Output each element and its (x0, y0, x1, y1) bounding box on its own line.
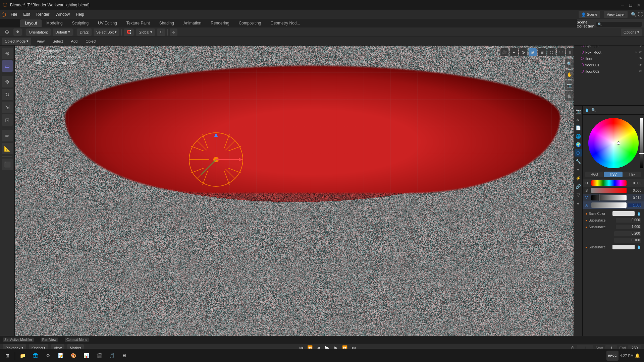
floor-eye-icon[interactable]: 👁 (639, 57, 642, 60)
pan-icon[interactable]: ✋ (565, 70, 574, 79)
zoom-in-icon[interactable]: 🔍 (565, 59, 574, 68)
transform-tool[interactable]: ⊡ (2, 114, 13, 126)
camera-perspective-icon[interactable]: 🎥 (500, 48, 508, 56)
menu-window[interactable]: Window (53, 11, 72, 17)
tab-geometry-nodes[interactable]: Geometry Nod... (266, 19, 305, 27)
tab-compositing[interactable]: Compositing (234, 19, 266, 27)
file-explorer-btn[interactable]: 📁 (16, 350, 29, 361)
xray-icon[interactable]: ⬚ (557, 48, 565, 56)
tab-shading[interactable]: Shading (155, 19, 179, 27)
taskbar-app2[interactable]: 📝 (55, 350, 67, 361)
particles-props-icon[interactable]: ✦ (575, 166, 582, 173)
taskbar-app5[interactable]: 🎬 (93, 350, 105, 361)
menu-file[interactable]: File (8, 11, 20, 17)
grid-icon[interactable]: ⊞ (565, 91, 574, 101)
outliner-item-floor[interactable]: ⬡ floor 👁 (574, 55, 644, 62)
proportional-edit[interactable]: ⊙ (157, 28, 165, 36)
material-props-icon[interactable]: ● (575, 199, 582, 207)
tab-sculpting[interactable]: Sculpting (67, 19, 93, 27)
node-editor-icon[interactable]: ⎋ (170, 28, 177, 36)
move-tool[interactable]: ✥ (2, 76, 13, 87)
taskbar-app1[interactable]: ⚙ (42, 350, 54, 361)
hsv-tab[interactable]: HSV (604, 172, 622, 177)
taskbar-app4[interactable]: 📊 (80, 350, 92, 361)
overlay-icon[interactable]: ⊙ (519, 48, 527, 56)
fbx-eye-icon[interactable]: 👁 (639, 50, 642, 54)
maximize-btn[interactable]: □ (628, 2, 633, 8)
hex-tab[interactable]: Hex (623, 172, 641, 177)
view-menu[interactable]: View (34, 39, 47, 44)
orientation-selector[interactable]: Default ▾ (53, 28, 73, 36)
pause-icon[interactable]: ⏸ (566, 48, 574, 56)
eyedropper-icon[interactable]: 💧 (584, 107, 590, 113)
tab-uv-editing[interactable]: UV Editing (93, 19, 122, 27)
scene-props-icon[interactable]: 🌐 (575, 132, 582, 140)
color-wheel[interactable] (588, 118, 639, 168)
base-color-bar[interactable] (612, 211, 635, 216)
menu-edit[interactable]: Edit (20, 11, 33, 17)
camera-icon[interactable]: 📷 (565, 80, 574, 90)
rendered-view-icon[interactable]: ◉ (529, 48, 537, 56)
annotate-tool[interactable]: ✏ (2, 130, 13, 141)
data-props-icon[interactable]: ▽ (575, 191, 582, 198)
subsurf-eyedrop-icon[interactable]: 💧 (637, 245, 641, 249)
search-btn[interactable]: 🔍 (631, 12, 637, 17)
snap-selector[interactable]: Global ▾ (136, 28, 155, 36)
outliner-item-fbxroot[interactable]: ⬡ Fbx_Root ✦ 👁 (574, 49, 644, 55)
rgb-tab[interactable]: RGB (585, 172, 603, 177)
options-button[interactable]: Options ▾ (621, 28, 642, 36)
select-menu[interactable]: Select (50, 39, 66, 44)
menu-render[interactable]: Render (34, 11, 52, 17)
transform-tool[interactable]: ✥ (13, 28, 22, 36)
tab-animation[interactable]: Animation (179, 19, 206, 27)
drag-selector[interactable]: Select Box ▾ (94, 28, 120, 36)
scene-selector[interactable]: 👤 Scene (579, 11, 600, 18)
constraints-props-icon[interactable]: 🔗 (575, 183, 582, 190)
select-tool[interactable]: ▭ (2, 60, 13, 72)
rotate-tool[interactable]: ↻ (2, 89, 13, 100)
outliner-item-floor002[interactable]: ⬡ floor.002 👁 (574, 68, 644, 74)
a-slider[interactable] (591, 202, 627, 208)
outliner-item-floor001[interactable]: ⬡ floor.001 👁 (574, 62, 644, 68)
scale-tool[interactable]: ⇲ (2, 102, 13, 113)
subsurface-bar[interactable]: 0.000 (616, 218, 641, 223)
floor002-eye-icon[interactable]: 👁 (639, 69, 642, 73)
h-slider[interactable] (591, 180, 627, 186)
color-search-icon[interactable]: 🔍 (591, 107, 597, 113)
physics-props-icon[interactable]: ⚡ (575, 174, 582, 182)
view-layer-selector[interactable]: View Layer (604, 11, 628, 18)
start-button[interactable]: ⊞ (1, 350, 13, 361)
tab-modeling[interactable]: Modeling (42, 19, 67, 27)
menu-help[interactable]: Help (73, 11, 87, 17)
floor001-eye-icon[interactable]: 👁 (639, 63, 642, 67)
taskbar-app7[interactable]: 🖥 (118, 350, 130, 361)
tab-texture-paint[interactable]: Texture Paint (122, 19, 155, 27)
add-menu[interactable]: Add (68, 39, 80, 44)
fullscreen-btn[interactable]: ⛶ (638, 12, 643, 17)
outliner-search[interactable] (596, 22, 642, 27)
object-menu[interactable]: Object (83, 39, 99, 44)
taskbar-app3[interactable]: 🎨 (67, 350, 79, 361)
subsurface-g-bar[interactable]: 0.200 (614, 231, 642, 236)
snap-icon[interactable]: 🧲 (124, 28, 134, 36)
eyedrop-icon[interactable]: 💧 (637, 212, 641, 216)
object-mode-selector[interactable]: Object Mode ▾ (2, 38, 31, 45)
notification-icon[interactable]: 🔔 (635, 353, 640, 358)
subsurface-radius-bar[interactable]: 1.000 (616, 225, 641, 229)
hide-overlays-icon[interactable]: ◎ (547, 48, 555, 56)
minimize-btn[interactable]: ─ (620, 2, 625, 8)
cursor-tool[interactable]: ⊕ (2, 48, 13, 59)
browser-btn[interactable]: 🌐 (29, 350, 41, 361)
view-layer-props-icon[interactable]: 📄 (575, 124, 582, 131)
value-strip[interactable] (640, 118, 643, 168)
object-props-icon[interactable]: ⬡ (575, 149, 582, 157)
viewport[interactable]: User Perspective (1) Collection | Z3_whe… (15, 46, 577, 343)
modifier-props-icon[interactable]: 🔧 (575, 158, 582, 165)
render-border-icon[interactable]: ⊞ (538, 48, 546, 56)
viewport-shading-icon[interactable]: ● (510, 48, 518, 56)
v-slider[interactable] (591, 195, 627, 200)
s-slider[interactable] (591, 188, 627, 193)
taskbar-app6[interactable]: 🎵 (106, 350, 118, 361)
world-props-icon[interactable]: 🌍 (575, 141, 582, 148)
render-props-icon[interactable]: 📷 (575, 107, 582, 115)
